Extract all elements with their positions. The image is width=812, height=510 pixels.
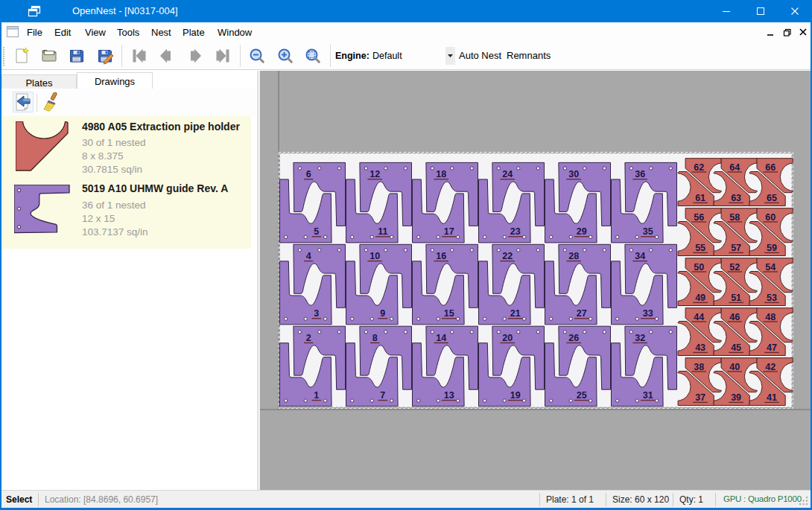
svg-text:9: 9 [380,308,385,319]
svg-text:38: 38 [694,362,704,372]
svg-text:29: 29 [577,226,587,237]
svg-text:56: 56 [694,212,704,223]
svg-text:7: 7 [380,390,385,401]
svg-text:13: 13 [444,390,454,401]
svg-text:54: 54 [765,262,775,272]
svg-text:60: 60 [765,212,775,223]
svg-text:6: 6 [306,169,311,179]
svg-text:15: 15 [444,308,454,319]
svg-text:8: 8 [372,333,378,343]
svg-text:2: 2 [306,333,311,343]
svg-text:28: 28 [568,251,579,261]
svg-text:66: 66 [765,162,775,173]
svg-text:41: 41 [767,392,777,403]
svg-text:55: 55 [695,243,705,253]
svg-text:40: 40 [729,362,740,372]
svg-text:48: 48 [765,312,775,322]
svg-text:10: 10 [369,251,380,261]
svg-text:14: 14 [436,333,446,343]
svg-text:57: 57 [731,243,741,253]
svg-text:22: 22 [502,251,513,261]
svg-text:50: 50 [694,262,704,272]
svg-text:34: 34 [635,251,645,261]
svg-text:18: 18 [436,169,446,179]
svg-text:42: 42 [765,362,775,372]
svg-text:11: 11 [378,226,387,237]
svg-text:52: 52 [729,262,740,272]
svg-text:32: 32 [635,333,645,343]
svg-text:31: 31 [643,390,653,401]
svg-text:3: 3 [314,308,319,319]
svg-text:62: 62 [694,162,704,173]
svg-text:43: 43 [695,342,705,353]
svg-text:20: 20 [502,333,513,343]
svg-text:25: 25 [577,390,587,401]
svg-text:65: 65 [767,193,777,203]
svg-text:51: 51 [731,293,741,303]
svg-text:21: 21 [510,308,521,319]
svg-text:35: 35 [643,226,653,237]
svg-text:45: 45 [731,342,741,353]
svg-text:36: 36 [635,169,645,179]
svg-text:46: 46 [729,312,740,322]
svg-text:58: 58 [729,212,740,223]
svg-text:37: 37 [695,392,705,403]
svg-text:53: 53 [767,293,777,303]
svg-text:47: 47 [767,342,777,353]
svg-text:61: 61 [695,193,705,203]
svg-text:19: 19 [510,390,521,401]
svg-text:16: 16 [436,251,446,261]
svg-text:12: 12 [369,169,380,179]
svg-text:27: 27 [577,308,587,319]
svg-text:39: 39 [731,392,741,403]
svg-text:63: 63 [731,193,741,203]
svg-text:33: 33 [643,308,653,319]
svg-text:1: 1 [314,390,319,401]
svg-text:30: 30 [568,169,579,179]
svg-text:24: 24 [502,169,513,179]
svg-text:5: 5 [314,226,319,237]
svg-text:64: 64 [729,162,740,173]
svg-text:49: 49 [695,293,705,303]
svg-text:23: 23 [510,226,521,237]
svg-text:59: 59 [767,243,777,253]
svg-text:26: 26 [568,333,579,343]
svg-text:44: 44 [694,312,704,322]
svg-text:17: 17 [444,226,454,237]
svg-text:4: 4 [306,251,311,261]
